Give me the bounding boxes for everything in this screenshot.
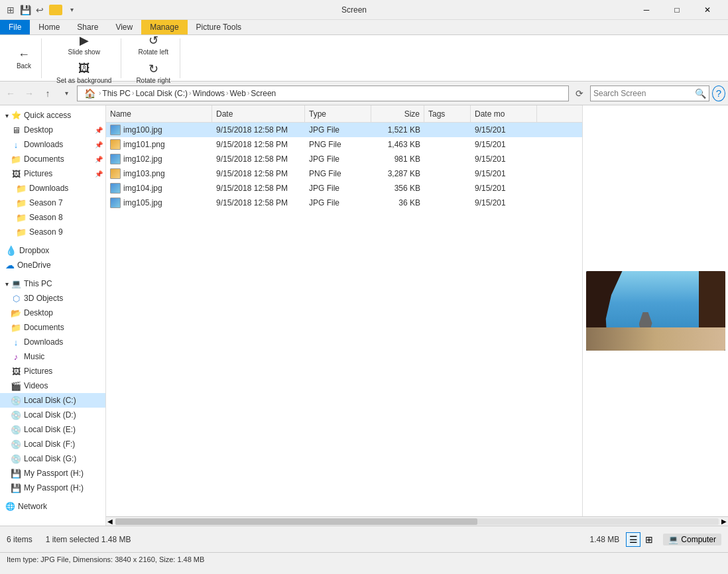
file-datemod-1: 9/15/201 [471,137,537,152]
titlebar-dropdown-icon[interactable]: ▾ [66,5,77,15]
path-segment-screen[interactable]: Screen [251,89,276,98]
path-segment-web[interactable]: Web [229,89,245,98]
computer-button[interactable]: 💻 Computer [663,534,721,545]
scrollbar-thumb[interactable] [115,518,477,525]
file-tags-4 [424,181,471,196]
ribbon-content: ← Back ▶ Slide show 🖼 Set as background … [0,34,728,81]
sidebar-item-passport-h2[interactable]: 💾 My Passport (H:) [0,481,105,495]
documents2-icon: 📁 [11,322,21,333]
sidebar-item-pictures[interactable]: 🖼 Pictures 📌 [0,166,105,181]
file-icon-3 [110,168,121,179]
nav-back-button[interactable]: ← [3,86,19,101]
sidebar-item-videos[interactable]: 🎬 Videos [0,378,105,393]
localdisk-c-icon: 💿 [11,395,21,406]
titlebar-close-button[interactable]: ✕ [692,0,723,20]
file-datemod-0: 9/15/201 [471,123,537,137]
col-header-name[interactable]: Name [106,105,212,122]
col-header-datemod[interactable]: Date mo [471,105,537,122]
view-large-button[interactable]: ⊞ [642,532,656,547]
sidebar-item-season8[interactable]: 📁 Season 8 [0,210,105,225]
localdisk-f-icon: 💿 [11,439,21,449]
sidebar-header-network[interactable]: 🌐 Network [0,499,105,514]
ribbon-setbg-button[interactable]: 🖼 Set as background [52,60,115,86]
file-row-5[interactable]: img105.jpg 9/15/2018 12:58 PM JPG File 3… [106,196,582,210]
file-row-1[interactable]: img101.png 9/15/2018 12:58 PM PNG File 1… [106,137,582,152]
sidebar-item-localdisk-c[interactable]: 💿 Local Disk (C:) [0,393,105,408]
file-datemod-4: 9/15/201 [471,181,537,196]
nav-forward-button[interactable]: → [21,86,37,101]
sidebar-header-thispc[interactable]: ▾ 💻 This PC [0,276,105,291]
tab-file[interactable]: File [0,20,30,34]
sidebar-item-desktop[interactable]: 🖥 Desktop 📌 [0,123,105,137]
season9-icon: 📁 [16,227,27,237]
sidebar-header-onedrive[interactable]: ☁ OneDrive [0,258,105,272]
sidebar-item-passport-h1[interactable]: 💾 My Passport (H:) [0,466,105,481]
file-row-0[interactable]: img100.jpg 9/15/2018 12:58 PM JPG File 1… [106,123,582,137]
sidebar-item-desktop2[interactable]: 📂 Desktop [0,306,105,320]
sidebar-item-downloads[interactable]: ↓ Downloads 📌 [0,137,105,152]
sidebar-item-season9[interactable]: 📁 Season 9 [0,225,105,239]
tab-picture-tools[interactable]: Picture Tools [188,20,250,34]
address-refresh-button[interactable]: ⟳ [572,86,587,101]
col-header-tags[interactable]: Tags [424,105,471,122]
titlebar-title: Screen [80,5,629,15]
preview-scene [586,271,725,351]
sidebar-item-localdisk-g[interactable]: 💿 Local Disk (G:) [0,451,105,466]
ribbon-rotateleft-button[interactable]: ↺ Rotate left [134,31,172,57]
downloads2-icon: 📁 [16,183,27,194]
path-segment-localdisk[interactable]: Local Disk (C:) [135,89,188,98]
statusbar-right: 1.48 MB ☰ ⊞ 💻 Computer [590,532,721,547]
sidebar-item-localdisk-e[interactable]: 💿 Local Disk (E:) [0,422,105,437]
sidebar-passport-h2-label: My Passport (H:) [24,483,84,492]
help-button[interactable]: ? [712,86,725,101]
col-header-size[interactable]: Size [371,105,424,122]
passport-h2-icon: 💾 [11,483,21,493]
sidebar-item-music[interactable]: ♪ Music [0,349,105,364]
path-arrow-1: › [132,89,134,97]
season8-icon: 📁 [16,212,27,223]
ribbon-back-icon: ← [16,46,32,62]
sidebar-header-quickaccess[interactable]: ▾ ⭐ Quick access [0,108,105,123]
titlebar-save-icon[interactable]: 💾 [20,5,30,15]
dropbox-icon: 💧 [5,245,17,256]
search-input[interactable] [593,89,695,98]
ribbon-rotateright-button[interactable]: ↻ Rotate right [132,60,174,86]
ribbon-back-button[interactable]: ← Back [12,45,36,71]
tab-home[interactable]: Home [30,20,68,34]
scroll-left-button[interactable]: ◀ [107,518,113,525]
file-list-area[interactable]: Name Date Type Size Tags Date mo img100.… [106,105,582,516]
sidebar-item-downloads2[interactable]: 📁 Downloads [0,181,105,196]
view-details-button[interactable]: ☰ [626,532,640,547]
sidebar-season8-label: Season 8 [29,213,63,222]
sidebar-item-localdisk-d[interactable]: 💿 Local Disk (D:) [0,408,105,422]
sidebar-header-dropbox[interactable]: 💧 Dropbox [0,243,105,258]
scrollbar-track[interactable] [115,518,719,525]
sidebar-desktop-label: Desktop [24,125,53,135]
file-row-4[interactable]: img104.jpg 9/15/2018 12:58 PM JPG File 3… [106,181,582,196]
sidebar-item-3dobjects[interactable]: ⬡ 3D Objects [0,291,105,306]
nav-recent-button[interactable]: ▾ [58,86,74,101]
horizontal-scrollbar[interactable]: ◀ ▶ [106,516,728,526]
file-row-3[interactable]: img103.png 9/15/2018 12:58 PM PNG File 3… [106,166,582,181]
titlebar-folder-icon [49,5,62,15]
nav-up-button[interactable]: ↑ [40,86,56,101]
sidebar-item-season7[interactable]: 📁 Season 7 [0,196,105,210]
sidebar-item-documents[interactable]: 📁 Documents 📌 [0,152,105,166]
sidebar-item-pictures2[interactable]: 🖼 Pictures [0,364,105,378]
path-segment-windows[interactable]: Windows [192,89,225,98]
titlebar-minimize-button[interactable]: ─ [631,0,662,20]
col-header-type[interactable]: Type [305,105,371,122]
col-header-date[interactable]: Date [212,105,305,122]
sidebar-thispc-label: This PC [24,279,52,288]
titlebar-undo-icon[interactable]: ↩ [34,5,45,15]
address-path[interactable]: 🏠 › This PC › Local Disk (C:) › Windows … [77,86,569,101]
sidebar-item-documents2[interactable]: 📁 Documents [0,320,105,335]
sidebar-item-localdisk-f[interactable]: 💿 Local Disk (F:) [0,437,105,451]
ribbon-slideshow-button[interactable]: ▶ Slide show [64,31,104,57]
path-segment-pc[interactable]: This PC [102,89,131,98]
titlebar-maximize-button[interactable]: □ [662,0,692,20]
file-row-2[interactable]: img102.jpg 9/15/2018 12:58 PM JPG File 9… [106,152,582,166]
scroll-right-button[interactable]: ▶ [721,518,727,525]
sidebar-localdisk-e-label: Local Disk (E:) [24,425,76,434]
sidebar-item-downloads3[interactable]: ↓ Downloads [0,335,105,349]
